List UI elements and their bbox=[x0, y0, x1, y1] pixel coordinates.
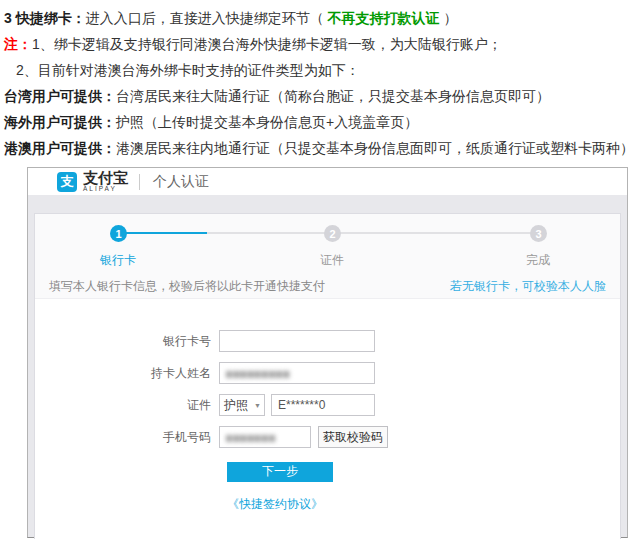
id-number-input[interactable] bbox=[271, 394, 375, 416]
phone-row: 手机号码 ▆▆▆▆▆▆▆ 获取校验码 bbox=[35, 426, 620, 448]
next-step-button[interactable]: 下一步 bbox=[227, 462, 333, 482]
alipay-logo-icon: 支 bbox=[57, 172, 77, 192]
doc-line-5: 海外用户可提供：护照（上传时提交基本身份信息页+入境盖章页） bbox=[4, 109, 633, 135]
step-3-circle: 3 bbox=[530, 225, 547, 242]
agreement-link[interactable]: 《快捷签约协议》 bbox=[227, 497, 323, 511]
no-payment-verify-highlight: 不再支持打款认证 bbox=[328, 10, 440, 26]
alipay-brand: 支付宝 ALIPAY bbox=[83, 170, 128, 193]
alipay-header: 支 支付宝 ALIPAY 个人认证 bbox=[28, 168, 627, 195]
get-sms-code-button[interactable]: 获取校验码 bbox=[318, 426, 388, 448]
card-number-row: 银行卡号 bbox=[35, 330, 620, 352]
step-2-circle: 2 bbox=[324, 225, 341, 242]
holder-name-label: 持卡人姓名 bbox=[35, 365, 219, 382]
step-1-label: 银行卡 bbox=[78, 252, 158, 269]
stepper-track-progress bbox=[118, 232, 207, 234]
alipay-screenshot-card: 支 支付宝 ALIPAY 个人认证 1 2 3 银行卡 证件 完成 填写本人银行… bbox=[27, 167, 628, 538]
step-info-text: 填写本人银行卡信息，校验后将以此卡开通快捷支付 bbox=[49, 278, 325, 295]
holder-name-masked-value: ▆▆▆▆▆▆▆▆▆ bbox=[226, 369, 290, 378]
step-3-label: 完成 bbox=[498, 252, 578, 269]
phone-label: 手机号码 bbox=[35, 429, 219, 446]
doc-line-1-title: 3 快捷绑卡： bbox=[4, 10, 86, 26]
main-panel: 1 2 3 银行卡 证件 完成 填写本人银行卡信息，校验后将以此卡开通快捷支付 … bbox=[34, 213, 621, 539]
step-1-circle: 1 bbox=[110, 225, 127, 242]
step-2-label: 证件 bbox=[292, 252, 372, 269]
brand-name-en: ALIPAY bbox=[83, 186, 128, 193]
doc-line-3: 2、目前针对港澳台海外绑卡时支持的证件类型为如下： bbox=[4, 57, 633, 83]
stepper: 1 2 3 银行卡 证件 完成 填写本人银行卡信息，校验后将以此卡开通快捷支付 … bbox=[35, 214, 620, 299]
doc-text-block: 3 快捷绑卡：进入入口后，直接进入快捷绑定环节（ 不再支持打款认证 ） 注：1、… bbox=[0, 0, 633, 161]
note-label: 注： bbox=[4, 36, 32, 52]
chevron-down-icon: ▼ bbox=[254, 402, 261, 409]
bank-card-form: 银行卡号 持卡人姓名 ▆▆▆▆▆▆▆▆▆ 证件 护照 ▼ 手机号码 bbox=[35, 299, 620, 513]
alipay-body: 1 2 3 银行卡 证件 完成 填写本人银行卡信息，校验后将以此卡开通快捷支付 … bbox=[28, 195, 627, 539]
next-button-row: 下一步 bbox=[227, 461, 620, 482]
holder-name-input[interactable]: ▆▆▆▆▆▆▆▆▆ bbox=[219, 362, 375, 384]
id-type-select[interactable]: 护照 ▼ bbox=[219, 394, 265, 416]
doc-line-2: 注：1、绑卡逻辑及支持银行同港澳台海外快捷绑卡逻辑一致，为大陆银行账户； bbox=[4, 31, 633, 57]
id-document-row: 证件 护照 ▼ bbox=[35, 394, 620, 416]
holder-name-row: 持卡人姓名 ▆▆▆▆▆▆▆▆▆ bbox=[35, 362, 620, 384]
id-document-label: 证件 bbox=[35, 397, 219, 414]
face-verify-link[interactable]: 若无银行卡，可校验本人人脸 bbox=[450, 278, 606, 295]
id-type-selected-value: 护照 bbox=[224, 397, 248, 414]
phone-masked-value: ▆▆▆▆▆▆▆ bbox=[226, 433, 276, 442]
page-title: 个人认证 bbox=[153, 173, 209, 191]
doc-line-4: 台湾用户可提供：台湾居民来往大陆通行证（简称台胞证，只提交基本身份信息页即可） bbox=[4, 83, 633, 109]
phone-input[interactable]: ▆▆▆▆▆▆▆ bbox=[219, 426, 311, 448]
card-number-label: 银行卡号 bbox=[35, 333, 219, 350]
doc-line-1: 3 快捷绑卡：进入入口后，直接进入快捷绑定环节（ 不再支持打款认证 ） bbox=[4, 5, 633, 31]
brand-name-cn: 支付宝 bbox=[83, 170, 128, 185]
agreement-row: 《快捷签约协议》 bbox=[227, 494, 620, 513]
card-number-input[interactable] bbox=[219, 330, 375, 352]
header-divider bbox=[139, 174, 140, 190]
doc-line-6: 港澳用户可提供：港澳居民来往内地通行证（只提交基本身份信息面即可，纸质通行证或塑… bbox=[4, 135, 633, 161]
